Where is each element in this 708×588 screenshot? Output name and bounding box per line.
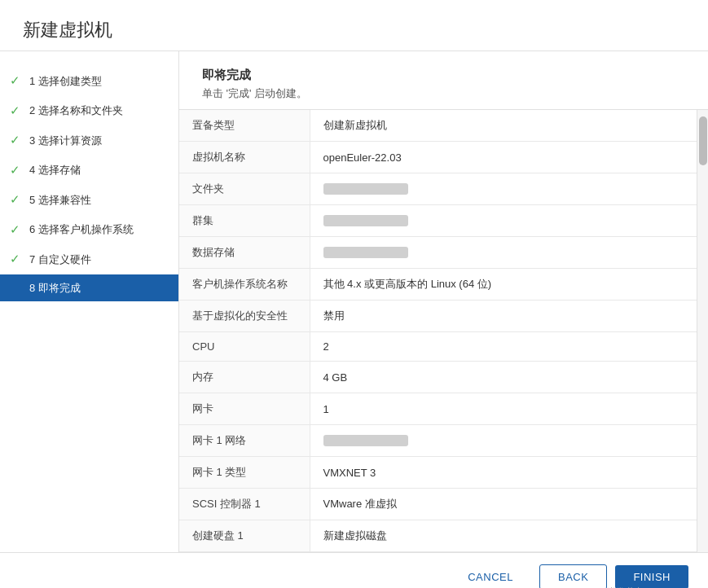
row-value: 禁用 <box>310 301 697 332</box>
row-label: 创建硬盘 1 <box>179 520 310 552</box>
blurred-value: xxxxxxxxxxxxxxxx <box>323 215 408 226</box>
scroll-thumb <box>699 116 707 165</box>
sidebar-item-label: 2 选择名称和文件夹 <box>29 103 123 119</box>
table-row: 群集xxxxxxxxxxxxxxxx <box>179 205 697 237</box>
check-icon: ✓ <box>10 72 24 90</box>
ready-title: 即将完成 <box>202 68 685 83</box>
row-value: xxxxxxxxxxxxxxxx <box>310 205 697 237</box>
blurred-value: xxxxxxxxxxxxxxxx <box>323 183 408 195</box>
blurred-value: xxxxxxxxxxxxxxxx <box>323 435 408 446</box>
check-icon: ✓ <box>10 221 24 239</box>
check-icon: ✓ <box>10 191 24 209</box>
scroll-track[interactable] <box>697 110 708 552</box>
sidebar-item-4[interactable]: ✓4 选择存储 <box>0 156 178 186</box>
row-label: SCSI 控制器 1 <box>179 489 310 520</box>
main-content: 即将完成 单击 '完成' 启动创建。 置备类型创建新虚拟机虚拟机名称openEu… <box>179 51 708 552</box>
dialog-body: ✓1 选择创建类型✓2 选择名称和文件夹✓3 选择计算资源✓4 选择存储✓5 选… <box>0 51 708 552</box>
check-icon: ✓ <box>10 131 24 150</box>
row-value: VMXNET 3 <box>310 457 697 489</box>
table-row: 网卡1 <box>179 393 697 425</box>
row-label: CPU <box>179 332 310 362</box>
row-label: 客户机操作系统名称 <box>179 269 310 301</box>
summary-table: 置备类型创建新虚拟机虚拟机名称openEuler-22.03文件夹xxxxxxx… <box>179 110 697 552</box>
sidebar: ✓1 选择创建类型✓2 选择名称和文件夹✓3 选择计算资源✓4 选择存储✓5 选… <box>0 51 179 552</box>
table-row: SCSI 控制器 1VMware 准虚拟 <box>179 489 697 520</box>
check-icon: ✓ <box>10 102 24 121</box>
sidebar-item-label: 5 选择兼容性 <box>29 192 91 208</box>
sidebar-item-label: 6 选择客户机操作系统 <box>29 222 134 238</box>
check-icon: ✓ <box>10 250 24 269</box>
table-row: 虚拟机名称openEuler-22.03 <box>179 142 697 173</box>
row-label: 网卡 1 网络 <box>179 425 310 457</box>
table-row: CPU2 <box>179 332 697 362</box>
row-value: openEuler-22.03 <box>310 142 697 173</box>
dialog-footer: CANCEL BACK FINISH <box>0 552 708 588</box>
ready-desc: 单击 '完成' 启动创建。 <box>202 86 685 101</box>
table-row: 网卡 1 类型VMXNET 3 <box>179 457 697 489</box>
table-row: 创建硬盘 1新建虚拟磁盘 <box>179 520 697 552</box>
finish-button[interactable]: FINISH <box>615 565 688 588</box>
table-row: 网卡 1 网络xxxxxxxxxxxxxxxx <box>179 425 697 457</box>
row-value: xxxxxxxxxxxxxxxx <box>310 237 697 269</box>
row-value: xxxxxxxxxxxxxxxx <box>310 173 697 205</box>
main-header: 即将完成 单击 '完成' 启动创建。 <box>179 51 708 110</box>
back-button[interactable]: BACK <box>539 564 607 588</box>
content-with-scroll: 置备类型创建新虚拟机虚拟机名称openEuler-22.03文件夹xxxxxxx… <box>179 110 708 552</box>
sidebar-item-6[interactable]: ✓6 选择客户机操作系统 <box>0 215 178 245</box>
sidebar-item-label: 8 即将完成 <box>29 280 81 296</box>
table-row: 数据存储xxxxxxxxxxxxxxxx <box>179 237 697 269</box>
row-value: 新建虚拟磁盘 <box>310 520 697 552</box>
sidebar-item-8[interactable]: 8 即将完成 <box>0 274 178 302</box>
row-value: xxxxxxxxxxxxxxxx <box>310 425 697 457</box>
check-icon: ✓ <box>10 161 24 180</box>
row-label: 基于虚拟化的安全性 <box>179 301 310 332</box>
row-value: 4 GB <box>310 362 697 393</box>
sidebar-item-label: 4 选择存储 <box>29 162 81 178</box>
sidebar-item-label: 7 自定义硬件 <box>29 252 91 268</box>
row-label: 虚拟机名称 <box>179 142 310 173</box>
sidebar-item-3[interactable]: ✓3 选择计算资源 <box>0 125 178 156</box>
new-vm-dialog: 新建虚拟机 ✓1 选择创建类型✓2 选择名称和文件夹✓3 选择计算资源✓4 选择… <box>0 0 708 588</box>
cancel-button[interactable]: CANCEL <box>450 565 531 588</box>
blurred-value: xxxxxxxxxxxxxxxx <box>323 247 408 258</box>
table-row: 置备类型创建新虚拟机 <box>179 110 697 142</box>
row-label: 内存 <box>179 362 310 393</box>
info-table: 置备类型创建新虚拟机虚拟机名称openEuler-22.03文件夹xxxxxxx… <box>179 110 697 552</box>
table-row: 基于虚拟化的安全性禁用 <box>179 301 697 332</box>
row-label: 群集 <box>179 205 310 237</box>
table-row: 内存4 GB <box>179 362 697 393</box>
sidebar-item-label: 3 选择计算资源 <box>29 133 102 149</box>
row-value: 2 <box>310 332 697 362</box>
row-value: 1 <box>310 393 697 425</box>
sidebar-item-label: 1 选择创建类型 <box>29 73 102 90</box>
row-label: 文件夹 <box>179 173 310 205</box>
sidebar-item-2[interactable]: ✓2 选择名称和文件夹 <box>0 96 178 126</box>
row-value: VMware 准虚拟 <box>310 489 697 520</box>
table-row: 客户机操作系统名称其他 4.x 或更高版本的 Linux (64 位) <box>179 269 697 301</box>
row-value: 其他 4.x 或更高版本的 Linux (64 位) <box>310 269 697 301</box>
row-value: 创建新虚拟机 <box>310 110 697 142</box>
row-label: 网卡 1 类型 <box>179 457 310 489</box>
table-row: 文件夹xxxxxxxxxxxxxxxx <box>179 173 697 205</box>
row-label: 数据存储 <box>179 237 310 269</box>
dialog-title: 新建虚拟机 <box>0 0 708 51</box>
row-label: 网卡 <box>179 393 310 425</box>
sidebar-item-1[interactable]: ✓1 选择创建类型 <box>0 66 178 96</box>
sidebar-item-5[interactable]: ✓5 选择兼容性 <box>0 185 178 215</box>
sidebar-item-7[interactable]: ✓7 自定义硬件 <box>0 244 178 274</box>
row-label: 置备类型 <box>179 110 310 142</box>
